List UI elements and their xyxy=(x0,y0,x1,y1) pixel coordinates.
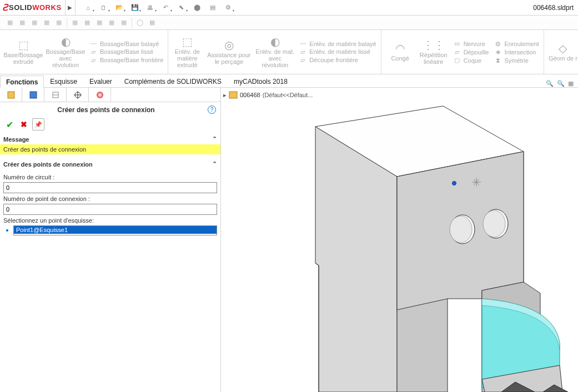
strip-icon-2[interactable]: ▦ xyxy=(17,17,28,28)
undo-icon[interactable]: ↶▾ xyxy=(159,2,173,14)
print-icon[interactable]: 🖶▾ xyxy=(143,2,158,14)
strip-icon-9[interactable]: ▦ xyxy=(106,17,117,28)
sketch-point-icon xyxy=(3,227,11,234)
brand-solid: SOLID xyxy=(9,3,32,12)
tab-features[interactable]: Fonctions xyxy=(0,76,44,88)
hole-wizard-button[interactable]: ◎Assistance pour le perçage xyxy=(204,31,254,73)
home-icon[interactable]: ⌂▾ xyxy=(81,2,96,14)
chevron-up-icon: ⌃ xyxy=(212,135,217,143)
strip-icon-5[interactable]: ▦ xyxy=(53,17,64,28)
graphics-viewport[interactable]: ▸ 006468 (Défaut<<Défaut... xyxy=(221,88,578,392)
rebuild-icon[interactable]: ⬤ xyxy=(190,2,204,14)
revolve-boss-button[interactable]: ◐Bossage/Base avec révolution xyxy=(44,31,87,73)
mirror-button[interactable]: ⧗Symétrie xyxy=(494,57,539,64)
cancel-button[interactable]: ✖ xyxy=(18,118,30,130)
file-properties-icon[interactable]: ▤ xyxy=(205,2,220,14)
wrap-button[interactable]: ◍Enroulement xyxy=(494,40,539,47)
open-file-icon[interactable]: 📂▾ xyxy=(112,2,127,14)
circuit-number-input[interactable] xyxy=(3,182,217,193)
message-body: Créer des points de connexion xyxy=(0,144,220,154)
property-manager-panel: Créer des points de connexion ? ✔ ✖ 📌 Me… xyxy=(0,88,221,392)
cpoint-number-input[interactable] xyxy=(3,204,217,215)
swept-boss-button[interactable]: 〰Bossage/Base balayé xyxy=(89,41,163,47)
ok-button[interactable]: ✔ xyxy=(3,118,16,130)
secondary-toolbar: ▦ ▦ ▦ ▦ ▦ ▦ ▦ ▦ ▦ ▦ ◯ ▦ xyxy=(0,16,578,30)
display-manager-tab[interactable] xyxy=(89,88,111,102)
boundary-boss-button[interactable]: ▱Bossage/Base frontière xyxy=(89,57,163,64)
lofted-cut-button[interactable]: ▱Enlèv. de matière lissé xyxy=(298,48,376,56)
pm-title: Créer des points de connexion xyxy=(4,106,208,114)
svg-point-19 xyxy=(450,216,472,243)
select-icon[interactable]: ⬉▾ xyxy=(174,2,189,14)
pin-button[interactable]: 📌 xyxy=(32,118,44,130)
strip-icon-3[interactable]: ▦ xyxy=(29,17,40,28)
create-section-header[interactable]: Créer des points de connexion ⌃ xyxy=(0,159,220,169)
tab-mycadtools[interactable]: myCADtools 2018 xyxy=(228,75,294,87)
strip-icon-6[interactable]: ▦ xyxy=(69,17,81,28)
ds-logo-icon: Ƨ xyxy=(2,2,8,13)
zoom-area-icon[interactable]: 🔍 xyxy=(557,80,565,87)
title-bar: Ƨ SOLIDWORKS ▶ ⌂▾ 🗋▾ 📂▾ 💾▾ 🖶▾ ↶▾ ⬉▾ ⬤ ▤ … xyxy=(0,0,578,16)
cpoint-label: Numéro de point de connexion : xyxy=(3,195,217,202)
menu-expand-arrow[interactable]: ▶ xyxy=(66,0,76,15)
save-icon[interactable]: 💾▾ xyxy=(128,2,142,14)
property-manager-tab[interactable] xyxy=(22,88,44,102)
ribbon-tabs: Fonctions Esquisse Evaluer Compléments d… xyxy=(0,74,578,88)
strip-icon-4[interactable]: ▦ xyxy=(41,17,52,28)
dimxpert-tab[interactable] xyxy=(67,88,89,102)
svg-point-21 xyxy=(483,210,505,237)
chevron-up-icon: ⌃ xyxy=(212,160,217,168)
fillet-button[interactable]: ◠Congé xyxy=(384,31,417,73)
quick-access-toolbar: ⌂▾ 🗋▾ 📂▾ 💾▾ 🖶▾ ↶▾ ⬉▾ ⬤ ▤ ⚙▾ xyxy=(76,2,241,14)
view-orientation-icon[interactable]: ▦ xyxy=(568,80,574,87)
app-logo: Ƨ SOLIDWORKS xyxy=(0,0,66,15)
file-name-label: 006468.sldprt xyxy=(533,4,578,12)
intersect-button[interactable]: ◈Intersection xyxy=(494,48,539,56)
select-label: Sélectionnez un point d'esquisse: xyxy=(3,217,217,224)
boundary-cut-button[interactable]: ▱Découpe frontière xyxy=(298,57,376,64)
strip-icon-12[interactable]: ▦ xyxy=(147,17,158,28)
svg-rect-0 xyxy=(8,92,14,98)
config-manager-tab[interactable] xyxy=(44,88,67,102)
cut-revolve-button[interactable]: ◐Enlèv. de mat. avec révolution xyxy=(254,31,296,73)
ref-geometry-button[interactable]: ◇Géom de r xyxy=(546,31,578,73)
svg-point-8 xyxy=(6,229,8,232)
message-section-header[interactable]: Message ⌃ xyxy=(0,134,220,144)
extrude-boss-button[interactable]: ⬚Base/Bossage extrudé xyxy=(2,31,44,73)
strip-icon-8[interactable]: ▦ xyxy=(94,17,105,28)
svg-point-7 xyxy=(97,92,103,98)
strip-icon-1[interactable]: ▦ xyxy=(4,17,16,28)
model-3d-view[interactable] xyxy=(221,88,578,392)
rib-button[interactable]: ▭Nervure xyxy=(453,40,489,47)
shell-button[interactable]: ▢Coque xyxy=(453,57,489,64)
brand-works: WORKS xyxy=(32,3,61,12)
strip-icon-10[interactable]: ▦ xyxy=(118,17,129,28)
draft-button[interactable]: ▱Dépouille xyxy=(453,48,489,56)
new-file-icon[interactable]: 🗋▾ xyxy=(97,2,111,14)
command-manager: ⬚Base/Bossage extrudé ◐Bossage/Base avec… xyxy=(0,30,578,74)
selection-list[interactable]: Point1@Esquisse1 xyxy=(13,225,217,235)
circuit-label: Numéro de circuit : xyxy=(3,174,217,180)
tab-addins[interactable]: Compléments de SOLIDWORKS xyxy=(118,75,228,87)
svg-point-26 xyxy=(453,182,456,185)
cut-extrude-button[interactable]: ⬚Enlèv. de matière extrudé xyxy=(170,31,204,73)
linear-pattern-button[interactable]: ⋮⋮Répétition linéaire xyxy=(417,31,450,73)
selected-item[interactable]: Point1@Esquisse1 xyxy=(14,226,217,234)
tab-evaluate[interactable]: Evaluer xyxy=(83,75,118,87)
strip-icon-11[interactable]: ◯ xyxy=(134,17,145,28)
lofted-boss-button[interactable]: ▱Bossage/Base lissé xyxy=(89,48,163,56)
feature-tree-tab[interactable] xyxy=(0,88,22,102)
tab-sketch[interactable]: Esquisse xyxy=(44,75,83,87)
options-gear-icon[interactable]: ⚙▾ xyxy=(221,2,235,14)
zoom-fit-icon[interactable]: 🔍 xyxy=(546,80,554,87)
strip-icon-7[interactable]: ▦ xyxy=(82,17,93,28)
help-icon[interactable]: ? xyxy=(208,105,216,114)
swept-cut-button[interactable]: 〰Enlèv. de matière balayé xyxy=(298,41,376,47)
svg-rect-1 xyxy=(30,92,37,98)
